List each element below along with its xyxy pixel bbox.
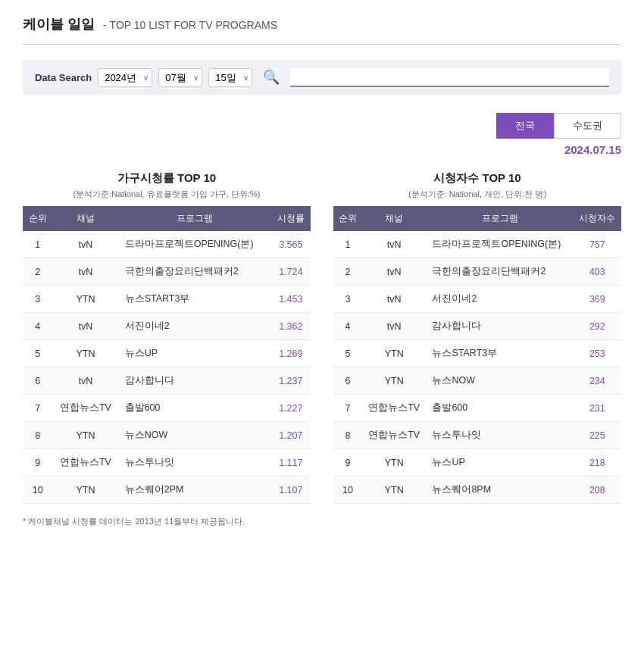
cell-rank: 6 xyxy=(23,367,52,395)
region-buttons: 전국 수도권 xyxy=(23,113,621,139)
cell-rank: 7 xyxy=(333,395,362,422)
household-table-title: 가구시청률 TOP 10 xyxy=(23,171,311,186)
cell-channel: tvN xyxy=(362,231,426,258)
table-row: 8 YTN 뉴스NOW 1.207 xyxy=(23,422,311,449)
tables-wrapper: 가구시청률 TOP 10 (분석기준:National, 유료플랫폼 가입 가구… xyxy=(23,171,621,504)
col-program-h: 프로그램 xyxy=(119,206,271,231)
cell-rank: 1 xyxy=(23,231,52,258)
household-table: 순위 채널 프로그램 시청률 1 tvN 드라마프로젝트OPENING(본) 3… xyxy=(23,206,311,504)
cell-rating: 1.237 xyxy=(271,367,311,395)
cell-program: 뉴스START3부 xyxy=(119,286,271,313)
cell-rank: 6 xyxy=(333,367,362,395)
table-row: 3 YTN 뉴스START3부 1.453 xyxy=(23,286,311,313)
cell-channel: 연합뉴스TV xyxy=(52,449,118,477)
cell-rating: 1.269 xyxy=(271,340,311,367)
cell-rank: 3 xyxy=(333,286,362,313)
cell-channel: tvN xyxy=(52,313,118,340)
cell-rating: 1.107 xyxy=(271,477,311,504)
cell-rank: 3 xyxy=(23,286,52,313)
cell-program: 뉴스퀘어2PM xyxy=(119,477,271,504)
cell-count: 225 xyxy=(574,422,621,449)
search-input[interactable] xyxy=(290,68,609,87)
month-select-wrapper: 07월 xyxy=(158,68,202,87)
table-row: 1 tvN 드라마프로젝트OPENING(본) 3.565 xyxy=(23,231,311,258)
table-row: 9 연합뉴스TV 뉴스투나잇 1.117 xyxy=(23,449,311,477)
household-table-section: 가구시청률 TOP 10 (분석기준:National, 유료플랫폼 가입 가구… xyxy=(23,171,311,504)
cell-program: 뉴스UP xyxy=(119,340,271,367)
table-row: 3 tvN 서진이네2 369 xyxy=(333,286,621,313)
cell-rank: 1 xyxy=(333,231,362,258)
cell-channel: YTN xyxy=(52,286,118,313)
region-national-button[interactable]: 전국 xyxy=(496,113,554,139)
col-rank-v: 순위 xyxy=(333,206,362,231)
table-row: 5 YTN 뉴스START3부 253 xyxy=(333,340,621,367)
cell-rating: 1.227 xyxy=(271,395,311,422)
cell-program: 출발600 xyxy=(426,395,573,422)
date-display: 2024.07.15 xyxy=(23,143,621,156)
title-subtitle: - TOP 10 LIST FOR TV PROGRAMS xyxy=(103,19,277,31)
cell-channel: tvN xyxy=(362,258,426,286)
table-row: 7 연합뉴스TV 출발600 1.227 xyxy=(23,395,311,422)
search-label: Data Search xyxy=(35,72,92,83)
year-select[interactable]: 2024년 xyxy=(98,68,152,87)
cell-channel: YTN xyxy=(52,477,118,504)
cell-rank: 8 xyxy=(333,422,362,449)
cell-count: 218 xyxy=(574,449,621,477)
cell-channel: YTN xyxy=(52,422,118,449)
col-rating-h: 시청률 xyxy=(271,206,311,231)
cell-channel: 연합뉴스TV xyxy=(52,395,118,422)
year-select-wrapper: 2024년 xyxy=(98,68,152,87)
cell-rank: 4 xyxy=(23,313,52,340)
day-select-wrapper: 15일 xyxy=(208,68,252,87)
household-table-header-row: 순위 채널 프로그램 시청률 xyxy=(23,206,311,231)
col-count-v: 시청자수 xyxy=(574,206,621,231)
region-metro-button[interactable]: 수도권 xyxy=(554,113,621,139)
month-select[interactable]: 07월 xyxy=(158,68,202,87)
col-channel-h: 채널 xyxy=(52,206,118,231)
cell-rank: 10 xyxy=(333,477,362,504)
footnote: * 케이블채널 시청률 데이터는 2013년 11월부터 제공됩니다. xyxy=(23,516,621,527)
cell-rank: 9 xyxy=(333,449,362,477)
cell-count: 253 xyxy=(574,340,621,367)
cell-program: 서진이네2 xyxy=(119,313,271,340)
cell-channel: tvN xyxy=(52,367,118,395)
cell-rating: 1.724 xyxy=(271,258,311,286)
cell-rating: 1.362 xyxy=(271,313,311,340)
title-korean: 케이블 일일 xyxy=(23,17,95,32)
cell-channel: YTN xyxy=(362,449,426,477)
cell-channel: YTN xyxy=(362,477,426,504)
cell-program: 뉴스투나잇 xyxy=(119,449,271,477)
cell-count: 234 xyxy=(574,367,621,395)
table-row: 2 tvN 극한의출장요리단백패커2 1.724 xyxy=(23,258,311,286)
cell-rank: 5 xyxy=(23,340,52,367)
search-button[interactable]: 🔍 xyxy=(258,67,284,87)
cell-channel: YTN xyxy=(362,340,426,367)
cell-program: 뉴스UP xyxy=(426,449,573,477)
viewer-table: 순위 채널 프로그램 시청자수 1 tvN 드라마프로젝트OPENING(본) … xyxy=(333,206,621,504)
col-channel-v: 채널 xyxy=(362,206,426,231)
cell-program: 극한의출장요리단백패커2 xyxy=(119,258,271,286)
table-row: 4 tvN 감사합니다 292 xyxy=(333,313,621,340)
cell-count: 369 xyxy=(574,286,621,313)
cell-rating: 1.207 xyxy=(271,422,311,449)
cell-program: 뉴스퀘어8PM xyxy=(426,477,573,504)
viewer-table-header-row: 순위 채널 프로그램 시청자수 xyxy=(333,206,621,231)
table-row: 1 tvN 드라마프로젝트OPENING(본) 757 xyxy=(333,231,621,258)
viewer-table-subtitle: (분석기준: National, 개인, 단위:천 명) xyxy=(333,189,621,200)
cell-rank: 9 xyxy=(23,449,52,477)
cell-count: 208 xyxy=(574,477,621,504)
cell-rank: 2 xyxy=(23,258,52,286)
table-row: 8 연합뉴스TV 뉴스투나잇 225 xyxy=(333,422,621,449)
day-select[interactable]: 15일 xyxy=(208,68,252,87)
cell-program: 뉴스투나잇 xyxy=(426,422,573,449)
cell-rank: 2 xyxy=(333,258,362,286)
cell-program: 감사합니다 xyxy=(119,367,271,395)
table-row: 4 tvN 서진이네2 1.362 xyxy=(23,313,311,340)
page-title: 케이블 일일 - TOP 10 LIST FOR TV PROGRAMS xyxy=(23,15,621,45)
cell-channel: YTN xyxy=(362,367,426,395)
cell-rating: 3.565 xyxy=(271,231,311,258)
cell-rank: 7 xyxy=(23,395,52,422)
table-row: 6 YTN 뉴스NOW 234 xyxy=(333,367,621,395)
search-bar: Data Search 2024년 07월 15일 🔍 xyxy=(23,60,621,95)
cell-program: 극한의출장요리단백패커2 xyxy=(426,258,573,286)
